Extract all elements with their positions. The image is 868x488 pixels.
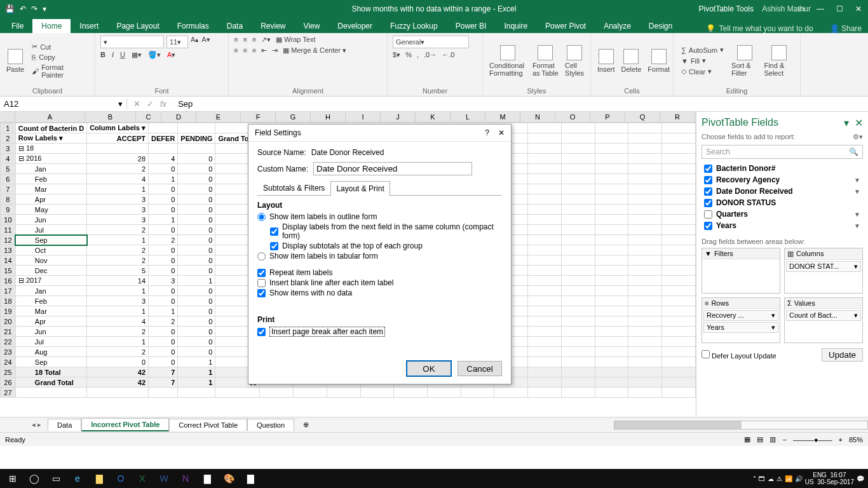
opt-subtotals-top[interactable]: Display subtotals at the top of each gro… [270, 241, 502, 250]
edge-icon[interactable]: e [69, 471, 86, 486]
inc-indent-icon[interactable]: ⇥ [272, 46, 278, 55]
clear-button[interactable]: ◇ Clear ▾ [679, 67, 726, 76]
format-painter-button[interactable]: 🖌 Format Painter [29, 63, 90, 79]
col-header[interactable]: D [161, 112, 196, 122]
start-button[interactable]: ⊞ [4, 471, 22, 486]
qat-more-icon[interactable]: ▾ [43, 4, 46, 13]
cut-button[interactable]: ✂ Cut [29, 42, 90, 51]
fields-pane-dropdown-icon[interactable]: ▾ [844, 118, 849, 128]
area-item[interactable]: Years▾ [703, 322, 778, 333]
cancel-formula-icon[interactable]: ✕ [133, 99, 140, 109]
col-header[interactable]: N [520, 112, 555, 122]
tab-data[interactable]: Data [218, 19, 252, 33]
sheet-tab-data[interactable]: Data [48, 419, 81, 431]
rows-area[interactable]: ≡Rows Recovery ...▾ Years▾ [702, 297, 780, 343]
align-bot-icon[interactable]: ≡ [252, 36, 256, 44]
explorer-icon[interactable]: ▇ [90, 471, 108, 486]
values-area[interactable]: ΣValues Count of Bact...▾ [784, 297, 863, 343]
defer-layout-checkbox[interactable]: Defer Layout Update [702, 350, 776, 360]
paste-button[interactable]: Paste [5, 48, 25, 74]
accept-formula-icon[interactable]: ✓ [147, 99, 154, 109]
cancel-button[interactable]: Cancel [458, 361, 502, 376]
bold-button[interactable]: B [100, 51, 105, 59]
tab-power-pivot[interactable]: Power Pivot [536, 19, 595, 33]
new-sheet-button[interactable]: ⊕ [294, 419, 318, 431]
word-icon[interactable]: W [155, 471, 173, 486]
align-right-icon[interactable]: ≡ [252, 46, 256, 55]
view-normal-icon[interactable]: ▦ [744, 435, 750, 444]
tab-home[interactable]: Home [32, 19, 71, 33]
tab-page-layout[interactable]: Page Layout [107, 19, 168, 33]
italic-button[interactable]: I [112, 51, 114, 59]
col-header[interactable]: M [485, 112, 520, 122]
opt-tabular[interactable]: Show item labels in tabular form [257, 252, 502, 261]
field-list-item[interactable]: Recovery Agency▼ [702, 174, 863, 186]
tab-file[interactable]: File [3, 19, 32, 33]
name-box[interactable]: A12▾ [0, 99, 127, 109]
tray-icon[interactable]: 📶 [785, 475, 792, 482]
tray-chevron-icon[interactable]: ˄ [753, 475, 756, 482]
font-name-combo[interactable]: ▾ [100, 36, 164, 48]
col-header[interactable]: O [555, 112, 590, 122]
format-cells-button[interactable]: Format [646, 48, 671, 74]
zoom-slider[interactable]: ———●—— [793, 436, 832, 444]
close-icon[interactable]: ✕ [849, 4, 868, 13]
update-button[interactable]: Update [822, 348, 863, 362]
inc-decimal-icon[interactable]: .0→ [424, 51, 437, 59]
shrink-font-icon[interactable]: A▾ [201, 36, 210, 48]
field-list-item[interactable]: Bacterin Donor# [702, 163, 863, 174]
col-header[interactable]: P [590, 112, 625, 122]
col-header[interactable]: L [451, 112, 485, 122]
format-as-table-button[interactable]: Format as Table [531, 44, 560, 78]
insert-cells-button[interactable]: Insert [596, 48, 616, 74]
select-all-corner[interactable] [0, 112, 15, 122]
tray-icon[interactable]: ⚠ [776, 475, 782, 482]
wrap-text-button[interactable]: ▦ Wrap Text [276, 36, 315, 44]
save-icon[interactable]: 💾 [5, 4, 15, 13]
fields-pane-gear-icon[interactable]: ⚙▾ [853, 133, 863, 141]
minimize-icon[interactable]: — [811, 4, 830, 13]
grow-font-icon[interactable]: A▴ [191, 36, 199, 48]
number-format-combo[interactable]: General ▾ [393, 36, 469, 48]
field-list-item[interactable]: Years▼ [702, 220, 863, 231]
opt-show-no-data[interactable]: Show items with no data [257, 288, 502, 297]
onenote-icon[interactable]: N [177, 471, 194, 486]
view-layout-icon[interactable]: ▤ [757, 435, 763, 444]
col-header[interactable]: C [136, 112, 161, 122]
sheet-tab-question[interactable]: Question [247, 419, 294, 431]
align-top-icon[interactable]: ≡ [234, 36, 238, 44]
opt-page-break[interactable]: Insert page break after each item [257, 327, 502, 337]
cell-styles-button[interactable]: Cell Styles [564, 44, 585, 78]
fill-color-button[interactable]: 🪣▾ [148, 51, 161, 59]
dialog-help-icon[interactable]: ? [485, 128, 489, 137]
align-left-icon[interactable]: ≡ [234, 46, 238, 55]
conditional-formatting-button[interactable]: Conditional Formatting [488, 44, 527, 78]
col-header[interactable]: I [346, 112, 381, 122]
area-item[interactable]: Recovery ...▾ [703, 310, 778, 321]
maximize-icon[interactable]: ☐ [830, 4, 849, 13]
horizontal-scrollbar[interactable] [614, 421, 868, 430]
percent-icon[interactable]: % [405, 51, 412, 59]
comma-icon[interactable]: , [417, 51, 419, 59]
col-header[interactable]: G [276, 112, 311, 122]
col-header[interactable]: Q [625, 112, 660, 122]
fill-button[interactable]: ▼ Fill ▾ [679, 56, 726, 65]
col-header[interactable]: B [85, 112, 136, 122]
redo-icon[interactable]: ↷ [31, 4, 37, 13]
tray-volume-icon[interactable]: 🔊 [795, 475, 803, 482]
tab-view[interactable]: View [295, 19, 329, 33]
font-color-button[interactable]: A▾ [167, 51, 175, 59]
zoom-in-icon[interactable]: + [839, 436, 843, 444]
tab-insert[interactable]: Insert [71, 19, 107, 33]
sheet-tab-correct[interactable]: Correct Pivot Table [169, 419, 247, 431]
opt-blank-line[interactable]: Insert blank line after each item label [257, 278, 502, 287]
sort-filter-button[interactable]: Sort & Filter [730, 44, 759, 78]
find-select-button[interactable]: Find & Select [763, 44, 795, 78]
merge-center-button[interactable]: ▦ Merge & Center ▾ [283, 46, 346, 55]
copy-button[interactable]: ⎘ Copy [29, 53, 90, 62]
autosum-button[interactable]: ∑ AutoSum ▾ [679, 45, 726, 55]
dec-indent-icon[interactable]: ⇤ [261, 46, 267, 55]
opt-repeat-labels[interactable]: Repeat item labels [257, 268, 502, 277]
field-list-item[interactable]: DONOR STATUS [702, 197, 863, 208]
col-header[interactable]: E [196, 112, 241, 122]
